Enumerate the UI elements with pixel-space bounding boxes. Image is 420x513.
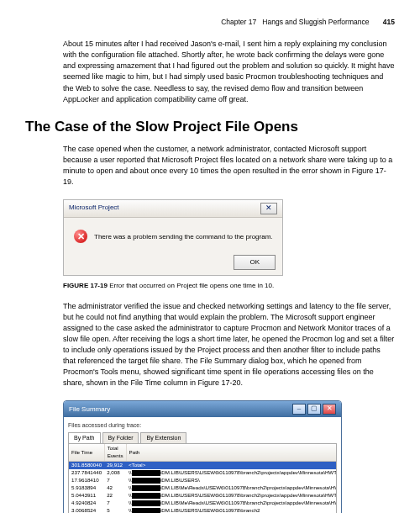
error-icon: ✕ [74,230,87,243]
file-summary-subtitle: Files accessed during trace: [68,421,337,430]
paragraph-3: The administrator verified the issue and… [63,301,395,389]
chapter-label: Chapter 17 [221,18,256,26]
close-icon[interactable]: ✕ [323,404,336,415]
file-summary-tabs: By Path By Folder By Extension [68,432,337,443]
col-total-events[interactable]: Total Events [104,444,126,461]
close-icon[interactable]: ✕ [260,203,277,214]
col-path[interactable]: Path [126,444,337,461]
col-file-time[interactable]: File Time [69,444,104,461]
table-row[interactable]: 4.92408247\\\DM.LIB\Me\Reads\USEW6\01109… [69,500,337,507]
error-dialog: Microsoft Project ✕ ✕ There was a proble… [63,199,283,276]
file-summary-table[interactable]: File Time Total Events Path 301.85800402… [68,443,337,513]
running-header: Chapter 17 Hangs and Sluggish Performanc… [25,17,395,27]
table-row[interactable]: 237.78414402,008\\\DM.LIB\USERS\USEW6\01… [69,469,337,477]
table-row[interactable]: 5.044391122\\\DM.LIB\USERS\USEW6\0110978… [69,492,337,500]
figure-17-19-caption: FIGURE 17-19 Error that occurred on Proj… [63,281,395,291]
table-row[interactable]: 3.00685245\\\DM.LIB\USERS\USEW6\0110978\… [69,507,337,513]
minimize-icon[interactable]: – [292,404,306,415]
maximize-icon[interactable]: ▢ [307,404,321,415]
window-controls: – ▢ ✕ [292,404,336,415]
file-summary-titlebar: File Summary – ▢ ✕ [64,401,341,417]
dialog-message: There was a problem sending the command … [94,232,273,242]
page-number: 415 [383,18,395,26]
table-row[interactable]: 301.858004029,912<Total> [69,462,337,469]
figure-17-19-label: FIGURE 17-19 [63,282,108,289]
chapter-title: Hangs and Sluggish Performance [262,18,369,26]
dialog-title: Microsoft Project [69,203,119,214]
tab-by-path[interactable]: By Path [68,432,101,443]
section-heading: The Case of the Slow Project File Opens [25,117,395,138]
paragraph-2: The case opened when the customer, a net… [63,144,395,188]
figure-17-19-text: Error that occurred on Project file open… [108,282,274,289]
file-summary-dialog: File Summary – ▢ ✕ Files accessed during… [63,400,342,513]
dialog-titlebar: Microsoft Project ✕ [64,200,282,218]
table-row[interactable]: 17.96184107\\\DM.LIB\USERS\ [69,477,337,484]
ok-button[interactable]: OK [234,255,276,270]
intro-paragraph: About 15 minutes after I had received Ja… [63,39,395,104]
table-row[interactable]: 5.918389442\\\DM.LIB\Me\Reads\USEW6\0110… [69,484,337,492]
tab-by-extension[interactable]: By Extension [140,432,186,443]
file-summary-title: File Summary [69,405,110,415]
tab-by-folder[interactable]: By Folder [102,432,139,443]
